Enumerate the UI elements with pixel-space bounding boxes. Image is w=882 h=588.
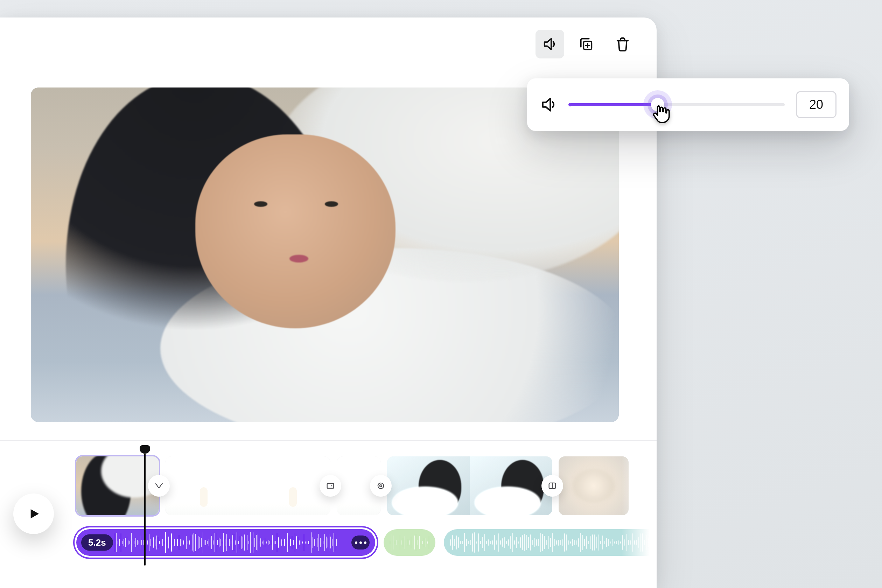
- waveform: [444, 529, 657, 556]
- slide-icon: [326, 481, 335, 491]
- duplicate-icon: [578, 36, 594, 52]
- trash-icon: [615, 36, 631, 52]
- audio-clip-main[interactable]: 5.2s: [76, 529, 375, 556]
- timeline-panel: 5.2s: [0, 440, 657, 588]
- waveform: [384, 529, 435, 556]
- cursor-hand-icon: [651, 104, 671, 124]
- clip-2[interactable]: [165, 456, 330, 515]
- transition-slide[interactable]: [320, 475, 341, 496]
- play-button[interactable]: [13, 494, 54, 534]
- volume-value-input[interactable]: 20: [796, 91, 837, 118]
- preview-frame: [31, 87, 619, 422]
- transition-split[interactable]: [542, 475, 563, 496]
- speaker-icon: [542, 36, 558, 52]
- volume-slider[interactable]: [569, 102, 785, 107]
- svg-rect-1: [327, 483, 334, 488]
- crossfade-icon: [154, 481, 164, 491]
- duplicate-button[interactable]: [572, 30, 601, 58]
- waveform: [76, 529, 375, 556]
- svg-point-3: [380, 485, 382, 487]
- speaker-icon: [540, 96, 558, 114]
- audio-more-button[interactable]: [351, 536, 370, 549]
- video-preview[interactable]: [31, 87, 619, 422]
- audio-clip-teal[interactable]: [444, 529, 657, 556]
- split-icon: [548, 481, 557, 491]
- clip-toolbar: [536, 27, 637, 62]
- volume-slider-fill: [569, 103, 658, 106]
- delete-button[interactable]: [608, 30, 637, 58]
- video-track[interactable]: [76, 456, 628, 515]
- audio-clip-green[interactable]: [384, 529, 435, 556]
- audio-track[interactable]: 5.2s: [76, 527, 657, 558]
- volume-popover: 20: [527, 78, 849, 131]
- circle-icon: [376, 481, 386, 491]
- clip-4[interactable]: [387, 456, 552, 515]
- transition-crossfade[interactable]: [148, 475, 170, 496]
- audio-duration-badge: 5.2s: [81, 534, 113, 551]
- volume-button[interactable]: [536, 30, 564, 58]
- svg-point-2: [378, 483, 384, 489]
- transition-circle[interactable]: [370, 475, 392, 496]
- play-icon: [27, 507, 40, 521]
- clip-6[interactable]: [559, 456, 628, 515]
- clip-3[interactable]: [337, 456, 381, 515]
- clip-1[interactable]: [76, 456, 159, 515]
